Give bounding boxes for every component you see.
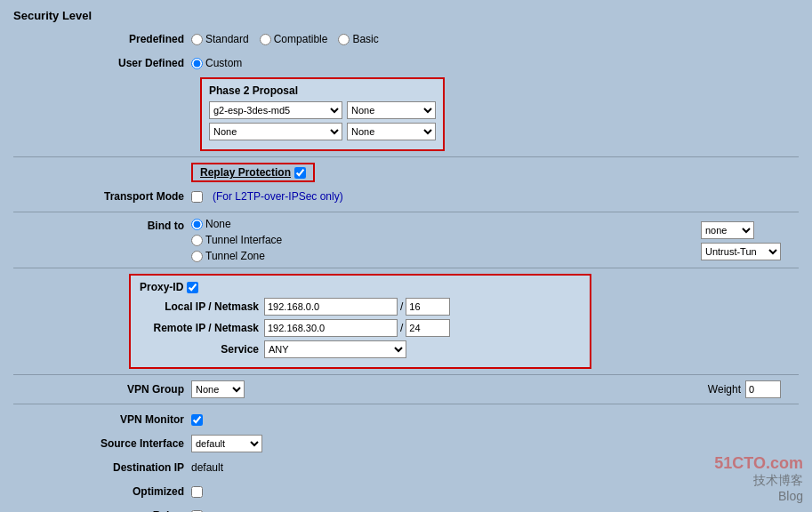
proxy-id-section: Proxy-ID Local IP / Netmask / Remote IP … bbox=[13, 274, 799, 369]
weight-input[interactable] bbox=[745, 380, 781, 398]
watermark-main: 51CTO.com bbox=[714, 454, 803, 473]
proxy-id-title-text: Proxy-ID bbox=[140, 281, 183, 293]
destination-ip-value: default bbox=[191, 461, 223, 474]
vpn-monitor-checkbox[interactable] bbox=[191, 414, 203, 426]
replay-protection-checkbox[interactable] bbox=[294, 167, 306, 179]
replay-protection-label: Replay Protection bbox=[200, 166, 291, 179]
destination-ip-text: default bbox=[191, 461, 223, 474]
remote-slash: / bbox=[400, 322, 403, 334]
bind-tunnel-interface[interactable]: Tunnel Interface bbox=[191, 234, 282, 246]
predefined-label: Predefined bbox=[13, 33, 191, 45]
weight-label: Weight bbox=[708, 383, 741, 396]
bind-to-section: Bind to None Tunnel Interface Tunnel Zon… bbox=[13, 218, 799, 262]
divider3 bbox=[13, 268, 799, 268]
user-defined-row: User Defined Custom bbox=[13, 53, 799, 73]
proxy-id-title: Proxy-ID bbox=[140, 281, 581, 293]
weight-section: Weight bbox=[708, 380, 799, 398]
radio-basic-input[interactable] bbox=[338, 34, 350, 45]
bind-tunnel-zone[interactable]: Tunnel Zone bbox=[191, 250, 282, 262]
local-ip-input[interactable] bbox=[264, 298, 398, 316]
radio-basic[interactable]: Basic bbox=[338, 33, 378, 45]
radio-custom-label: Custom bbox=[205, 57, 242, 69]
optimized-value bbox=[191, 486, 203, 498]
bind-to-radios: None Tunnel Interface Tunnel Zone bbox=[191, 218, 282, 262]
remote-ip-row: Remote IP / Netmask / bbox=[140, 319, 581, 337]
divider5 bbox=[13, 404, 799, 404]
vpn-group-select[interactable]: None bbox=[191, 380, 245, 398]
phase2-proposal-box: Phase 2 Proposal g2-esp-3des-md5 None No… bbox=[200, 77, 445, 151]
phase2-select-right2[interactable]: None bbox=[347, 123, 436, 140]
transport-value: (For L2TP-over-IPSec only) bbox=[191, 190, 343, 203]
radio-compatible-label: Compatible bbox=[274, 33, 328, 45]
phase2-select-right1[interactable]: None bbox=[347, 101, 436, 119]
vpn-group-label: VPN Group bbox=[13, 383, 191, 396]
phase2-title: Phase 2 Proposal bbox=[209, 84, 436, 97]
watermark-sub2: Blog bbox=[714, 489, 803, 503]
service-select[interactable]: ANY bbox=[264, 340, 406, 358]
bind-none-label: None bbox=[205, 218, 231, 230]
vpn-monitor-row: VPN Monitor bbox=[13, 410, 799, 429]
optimized-checkbox[interactable] bbox=[191, 486, 203, 498]
bind-dropdown1[interactable]: none bbox=[701, 221, 754, 239]
user-defined-value: Custom bbox=[191, 57, 242, 69]
radio-standard-label: Standard bbox=[205, 33, 249, 45]
source-interface-select[interactable]: default bbox=[191, 435, 262, 452]
bind-dropdown2[interactable]: Untrust-Tun bbox=[701, 243, 781, 260]
vpn-monitor-label: VPN Monitor bbox=[13, 413, 191, 426]
remote-ip-input[interactable] bbox=[264, 319, 398, 337]
predefined-row: Predefined Standard Compatible Basic bbox=[13, 29, 799, 49]
local-slash: / bbox=[400, 300, 403, 313]
divider4 bbox=[13, 374, 799, 375]
local-mask-input[interactable] bbox=[406, 298, 450, 316]
vpn-group-row: VPN Group None Weight bbox=[13, 380, 799, 398]
radio-compatible[interactable]: Compatible bbox=[260, 33, 328, 45]
radio-compatible-input[interactable] bbox=[260, 34, 271, 45]
replay-value: Replay Protection bbox=[191, 163, 315, 182]
predefined-radio-group: Standard Compatible Basic bbox=[191, 33, 379, 45]
radio-basic-label: Basic bbox=[352, 33, 378, 45]
bind-none[interactable]: None bbox=[191, 218, 282, 230]
local-ip-label: Local IP / Netmask bbox=[140, 300, 264, 313]
bind-tunnel-interface-radio[interactable] bbox=[191, 235, 203, 246]
radio-custom[interactable]: Custom bbox=[191, 57, 242, 69]
transport-note: (For L2TP-over-IPSec only) bbox=[213, 190, 343, 203]
phase2-select-left1[interactable]: g2-esp-3des-md5 bbox=[209, 101, 342, 119]
optimized-row: Optimized bbox=[13, 482, 799, 501]
destination-ip-label: Destination IP bbox=[13, 461, 191, 474]
source-interface-label: Source Interface bbox=[13, 437, 191, 450]
remote-mask-input[interactable] bbox=[406, 319, 450, 337]
bind-tunnel-zone-label: Tunnel Zone bbox=[205, 250, 265, 262]
service-label: Service bbox=[140, 343, 264, 356]
radio-standard[interactable]: Standard bbox=[191, 33, 249, 45]
transport-row: Transport Mode (For L2TP-over-IPSec only… bbox=[13, 187, 799, 206]
phase2-row2: None None bbox=[209, 123, 436, 140]
replay-protection-box: Replay Protection bbox=[191, 163, 315, 182]
divider1 bbox=[13, 156, 799, 157]
local-ip-row: Local IP / Netmask / bbox=[140, 298, 581, 316]
source-interface-value: default bbox=[191, 435, 262, 452]
bind-tunnel-interface-label: Tunnel Interface bbox=[205, 234, 282, 246]
watermark-sub1: 技术博客 bbox=[714, 473, 803, 489]
watermark: 51CTO.com 技术博客 Blog bbox=[714, 454, 803, 503]
transport-label: Transport Mode bbox=[13, 190, 191, 203]
proxy-id-checkbox[interactable] bbox=[187, 282, 198, 293]
section-title: Security Level bbox=[13, 9, 799, 22]
bind-tunnel-zone-radio[interactable] bbox=[191, 251, 203, 262]
radio-custom-input[interactable] bbox=[191, 58, 203, 69]
optimized-label: Optimized bbox=[13, 485, 191, 498]
phase2-select-left2[interactable]: None bbox=[209, 123, 342, 140]
proxy-id-box: Proxy-ID Local IP / Netmask / Remote IP … bbox=[129, 274, 591, 369]
replay-row: Replay Protection bbox=[13, 163, 799, 182]
source-interface-row: Source Interface default bbox=[13, 434, 799, 453]
user-defined-label: User Defined bbox=[13, 57, 191, 69]
bind-to-dropdowns: none Untrust-Tun bbox=[701, 220, 799, 260]
remote-ip-label: Remote IP / Netmask bbox=[140, 322, 264, 334]
phase2-row1: g2-esp-3des-md5 None bbox=[209, 101, 436, 119]
phase2-row: Phase 2 Proposal g2-esp-3des-md5 None No… bbox=[191, 77, 799, 151]
transport-checkbox[interactable] bbox=[191, 191, 203, 203]
radio-standard-input[interactable] bbox=[191, 34, 203, 45]
bind-none-radio[interactable] bbox=[191, 219, 203, 230]
service-row: Service ANY bbox=[140, 340, 581, 358]
rekey-row: Rekey bbox=[13, 506, 799, 512]
vpn-monitor-value bbox=[191, 414, 203, 426]
